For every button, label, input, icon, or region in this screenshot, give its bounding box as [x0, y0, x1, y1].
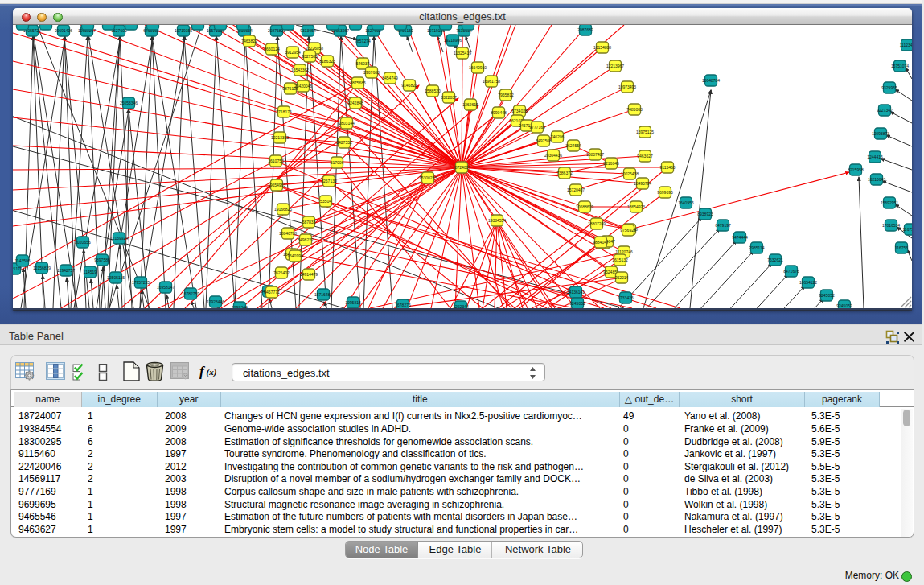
svg-text:53504: 53504 — [320, 199, 331, 204]
svg-text:15300233: 15300233 — [419, 175, 437, 180]
svg-text:19218906: 19218906 — [444, 38, 462, 43]
svg-text:9463627: 9463627 — [637, 154, 653, 159]
svg-text:114519: 114519 — [84, 270, 97, 274]
svg-text:6734028: 6734028 — [511, 109, 528, 113]
svg-text:14136141: 14136141 — [567, 290, 585, 295]
svg-text:12159924: 12159924 — [110, 236, 128, 241]
svg-text:9227342: 9227342 — [877, 108, 893, 113]
svg-text:1640994: 1640994 — [287, 253, 303, 258]
svg-text:1610753: 1610753 — [268, 159, 284, 163]
svg-text:3915171: 3915171 — [13, 266, 23, 271]
svg-text:7485003: 7485003 — [626, 107, 643, 112]
svg-text:8660124: 8660124 — [264, 47, 280, 51]
svg-text:546037: 546037 — [356, 61, 370, 66]
svg-text:2803144: 2803144 — [339, 121, 355, 126]
svg-text:15751074: 15751074 — [891, 64, 909, 68]
svg-text:10688609: 10688609 — [576, 204, 593, 209]
svg-text:10654122: 10654122 — [799, 280, 817, 285]
svg-text:8990448: 8990448 — [491, 110, 507, 115]
svg-text:7632621: 7632621 — [767, 257, 783, 262]
svg-text:1362615: 1362615 — [462, 102, 478, 107]
svg-text:1640955: 1640955 — [678, 200, 694, 205]
svg-text:25053346: 25053346 — [120, 101, 138, 105]
svg-text:16154808: 16154808 — [593, 45, 611, 50]
svg-text:8215958: 8215958 — [848, 167, 864, 172]
svg-text:7625402: 7625402 — [273, 270, 290, 275]
svg-text:9457771: 9457771 — [264, 290, 280, 295]
svg-text:9777169: 9777169 — [529, 125, 545, 130]
svg-text:1678275: 1678275 — [395, 303, 411, 307]
svg-text:3875685: 3875685 — [350, 80, 366, 85]
svg-text:11325419: 11325419 — [454, 51, 471, 56]
svg-text:5498222: 5498222 — [298, 237, 314, 242]
svg-text:1167530: 1167530 — [902, 227, 912, 232]
svg-text:3427552: 3427552 — [336, 140, 352, 145]
svg-text:1733426: 1733426 — [618, 295, 634, 300]
svg-text:9329965: 9329965 — [881, 85, 897, 90]
svg-text:(x): (x) — [207, 367, 217, 377]
svg-text:12942757: 12942757 — [57, 268, 75, 273]
svg-text:19654963: 19654963 — [268, 183, 285, 187]
svg-text:3912954: 3912954 — [285, 50, 301, 55]
svg-text:8938923: 8938923 — [697, 212, 713, 216]
svg-text:8454749: 8454749 — [382, 76, 398, 80]
svg-text:6497568: 6497568 — [536, 138, 552, 143]
svg-text:6479197: 6479197 — [715, 223, 731, 228]
svg-text:10648784: 10648784 — [702, 78, 720, 83]
svg-text:20364436: 20364436 — [544, 153, 562, 158]
svg-text:16958147: 16958147 — [157, 285, 175, 290]
svg-text:7463822: 7463822 — [241, 39, 257, 43]
svg-text:3624554: 3624554 — [565, 143, 581, 148]
svg-text:9242848: 9242848 — [347, 101, 363, 105]
svg-text:23420046: 23420046 — [294, 84, 312, 89]
svg-text:10973493: 10973493 — [618, 84, 636, 89]
svg-text:10719155: 10719155 — [175, 28, 192, 33]
svg-text:10807487: 10807487 — [586, 152, 604, 157]
svg-text:9115460: 9115460 — [659, 165, 675, 170]
svg-text:11120746: 11120746 — [615, 249, 633, 254]
svg-text:19166825: 19166825 — [274, 207, 292, 212]
svg-text:19384554: 19384554 — [488, 218, 506, 223]
svg-text:1244415: 1244415 — [867, 154, 883, 159]
svg-text:12505115: 12505115 — [107, 275, 125, 280]
svg-text:3267130: 3267130 — [321, 179, 337, 183]
svg-text:587833: 587833 — [302, 220, 316, 225]
svg-text:9474444: 9474444 — [732, 235, 748, 240]
svg-text:9245052: 9245052 — [819, 293, 835, 298]
svg-text:23226058: 23226058 — [306, 46, 323, 51]
svg-text:10025438: 10025438 — [621, 171, 639, 176]
svg-text:116753: 116753 — [895, 245, 909, 250]
svg-text:1112345: 1112345 — [900, 43, 912, 47]
svg-text:8186323: 8186323 — [319, 59, 335, 64]
svg-text:9245052: 9245052 — [569, 301, 585, 306]
svg-text:746206: 746206 — [551, 134, 565, 139]
svg-text:9146821: 9146821 — [401, 83, 417, 88]
svg-text:13975125: 13975125 — [636, 130, 654, 134]
svg-text:15692951: 15692951 — [881, 200, 898, 205]
svg-text:9884047: 9884047 — [593, 240, 609, 245]
svg-text:16782759: 16782759 — [182, 291, 199, 296]
svg-text:1615132: 1615132 — [612, 257, 628, 262]
svg-text:1143506: 1143506 — [14, 258, 30, 263]
svg-text:17957255: 17957255 — [132, 280, 150, 285]
svg-text:14914479: 14914479 — [300, 272, 318, 277]
svg-text:f: f — [199, 364, 206, 379]
svg-text:12213967: 12213967 — [606, 64, 624, 68]
svg-text:18807249: 18807249 — [588, 221, 606, 226]
svg-text:16210643: 16210643 — [868, 177, 885, 182]
svg-text:2935114: 2935114 — [749, 245, 764, 250]
svg-text:16640910: 16640910 — [469, 65, 487, 70]
svg-text:12923446: 12923446 — [207, 299, 224, 304]
svg-text:9699695: 9699695 — [657, 190, 673, 195]
svg-text:12213363: 12213363 — [271, 135, 289, 140]
svg-text:18724007: 18724007 — [453, 165, 470, 170]
svg-text:16543362: 16543362 — [291, 68, 309, 72]
svg-text:9756928: 9756928 — [620, 228, 636, 233]
svg-text:2087682: 2087682 — [577, 27, 593, 32]
svg-text:9327505: 9327505 — [302, 54, 318, 59]
svg-text:8216045: 8216045 — [603, 161, 619, 166]
svg-text:2718176: 2718176 — [276, 109, 292, 114]
svg-text:9313954: 9313954 — [300, 28, 316, 33]
svg-text:15716485: 15716485 — [314, 292, 332, 297]
svg-text:2967608: 2967608 — [363, 70, 380, 75]
